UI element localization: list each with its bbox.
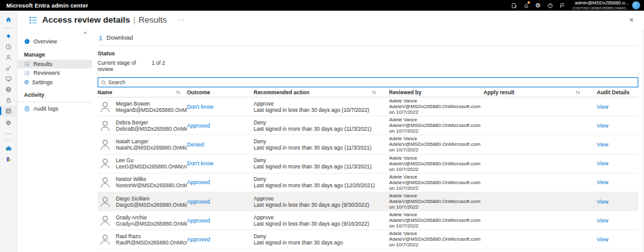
table-row[interactable]: Raul Razo RaulR@MSDx265880.OnMicrosoft.c… (98, 230, 638, 249)
copilot-icon[interactable] (509, 1, 519, 10)
download-button[interactable]: Download (98, 33, 133, 42)
audit-view-link[interactable]: View (597, 236, 608, 243)
recommended-action: Deny (254, 233, 383, 239)
reviewed-by-cell: Adele Vance AdeleV@MSDx265880.OnMicrosof… (383, 193, 483, 210)
user-email: MeganB@MSDx265880.OnMicrosoft.com (116, 107, 187, 113)
rail-item-roles[interactable] (0, 63, 17, 74)
sidebar-item-label: Reviewers (33, 70, 60, 76)
audit-view-link[interactable]: View (597, 217, 608, 224)
recommended-action: Deny (254, 157, 383, 163)
settings-icon[interactable]: ⚙ (533, 1, 543, 10)
rail-item-protection[interactable] (0, 84, 17, 95)
avatar[interactable] (632, 1, 640, 9)
outcome-link[interactable]: Approved (187, 179, 210, 185)
outcome-link[interactable]: Denied (187, 141, 204, 148)
reviewed-by-cell: Adele Vance AdeleV@MSDx265880.OnMicrosof… (383, 155, 483, 172)
outcome-link[interactable]: Don't know (187, 160, 213, 167)
outcome-cell: Don't know (187, 104, 254, 110)
column-label: Apply result (483, 89, 514, 96)
audit-view-link[interactable]: View (597, 141, 608, 148)
outcome-link[interactable]: Approved (187, 123, 210, 129)
help-icon[interactable] (545, 1, 555, 10)
left-rail: ⚙··· (0, 11, 18, 252)
rail-item-home[interactable] (0, 14, 17, 25)
rail-item-more[interactable]: ··· (0, 127, 17, 138)
outcome-link[interactable]: Don't know (187, 104, 213, 110)
sidebar-item-audit-logs[interactable]: Audit logs (18, 104, 92, 114)
table-body: Megan Bowen MeganB@MSDx265880.OnMicrosof… (98, 97, 638, 249)
outcome-link[interactable]: Approved (187, 217, 210, 224)
recommended-action-detail: Last signed in more than 30 days ago (11… (254, 126, 383, 132)
rail-item-learn-support[interactable] (0, 143, 17, 154)
search-icon (101, 80, 106, 85)
sort-icon[interactable] (371, 90, 383, 95)
person-avatar-icon (99, 157, 111, 170)
more-button[interactable]: ··· (177, 16, 185, 23)
column-label: Reviewed by (389, 89, 422, 96)
table-row[interactable]: Debra Berger DebraB@MSDx265880.OnMicroso… (98, 116, 638, 135)
search-box[interactable] (98, 77, 638, 87)
sidebar-item-overview[interactable]: Overview (18, 37, 92, 47)
user-email: IsaiahL@MSDx265880.OnMicrosoft.com (116, 145, 187, 151)
rail-item-identity-governance[interactable] (0, 106, 17, 116)
column-header-apply-result[interactable]: Apply result (483, 89, 587, 96)
audit-logs-icon (24, 106, 30, 112)
column-header-name[interactable]: Name (98, 89, 187, 96)
table-row[interactable]: Grady Archie GradyA@MSDx265880.OnMicroso… (98, 211, 638, 230)
rail-item-diagnose-solve[interactable] (0, 41, 17, 52)
reviewed-by-cell: Adele Vance AdeleV@MSDx265880.OnMicrosof… (383, 136, 483, 153)
column-header-recommended-action[interactable]: Recommended action (254, 89, 383, 96)
sort-icon[interactable] (176, 90, 187, 95)
security-icon (5, 97, 12, 104)
rail-item-whats-new[interactable] (0, 31, 17, 41)
table-row[interactable]: Lee Gu LeeG@MSDx265880.OnMicrosoft.com D… (98, 155, 638, 173)
close-icon[interactable]: ✕ (624, 16, 639, 25)
outcome-link[interactable]: Approved (187, 236, 210, 243)
recommended-action-cell: Deny Last signed in more than 30 days ag… (254, 157, 383, 170)
audit-details-cell: View (587, 236, 638, 243)
table-row[interactable]: Isaiah Langer IsaiahL@MSDx265880.OnMicro… (98, 135, 638, 154)
rail-item-usage-insights[interactable] (0, 154, 17, 165)
column-label: Recommended action (254, 89, 309, 96)
name-cell: Debra Berger DebraB@MSDx265880.OnMicroso… (98, 119, 187, 132)
user-name: Nestor Wilke (116, 176, 187, 182)
protection-icon (5, 86, 12, 93)
user-email: NestorW@MSDx265880.OnMicrosoft.com (116, 182, 187, 189)
search-input[interactable] (108, 79, 635, 86)
reviewer-date: on 10/7/2022 (389, 204, 483, 210)
rail-item-users[interactable] (0, 52, 17, 63)
audit-view-link[interactable]: View (597, 123, 608, 129)
reviewer-date: on 10/7/2022 (389, 167, 483, 172)
notifications-icon[interactable] (521, 1, 531, 10)
sidebar-item-results[interactable]: Results (18, 60, 92, 69)
audit-view-link[interactable]: View (597, 199, 608, 205)
account-info[interactable]: admin@MSDx265880.o... CONTOSO (MSDX26588… (572, 1, 629, 10)
collapse-nav-icon[interactable]: « (84, 30, 87, 36)
table-row[interactable]: Nestor Wilke NestorW@MSDx265880.OnMicros… (98, 173, 638, 192)
rail-item-devices[interactable] (0, 74, 17, 84)
rail-item-settings[interactable]: ⚙ (0, 116, 17, 127)
audit-view-link[interactable]: View (597, 104, 608, 110)
sidebar-item-settings[interactable]: ⚙Settings (18, 78, 92, 87)
outcome-link[interactable]: Approved (187, 199, 210, 205)
reviewer-email: AdeleV@MSDx265880.OnMicrosoft.com (389, 199, 483, 204)
feedback-icon[interactable] (556, 1, 567, 10)
sidebar-item-reviewers[interactable]: Reviewers (18, 68, 92, 78)
table-row[interactable]: Megan Bowen MeganB@MSDx265880.OnMicrosof… (98, 97, 638, 116)
sort-icon[interactable] (575, 90, 587, 95)
topbar: Microsoft Entra admin center ⚙ admin@MSD… (0, 0, 644, 11)
recommended-action-detail: Last signed in less than 30 days ago (10… (254, 107, 383, 113)
audit-view-link[interactable]: View (597, 179, 608, 185)
reviewer-date: on 10/7/2022 (389, 185, 483, 191)
recommended-action: Approve (254, 195, 383, 202)
notification-badge (527, 1, 531, 4)
app-title: Microsoft Entra admin center (6, 3, 88, 9)
page-title: Access review details (42, 15, 130, 25)
recommended-action-cell: Deny Last signed in more than 30 days ag… (254, 119, 383, 132)
audit-view-link[interactable]: View (597, 160, 608, 167)
reviewer-date: on 10/7/2022 (389, 223, 483, 229)
person-avatar-icon (99, 119, 111, 132)
reviewer-name: Adele Vance (389, 117, 483, 123)
table-row[interactable]: Diego Siciliani DiegoS@MSDx265880.OnMicr… (98, 192, 638, 211)
rail-item-security[interactable] (0, 95, 17, 106)
